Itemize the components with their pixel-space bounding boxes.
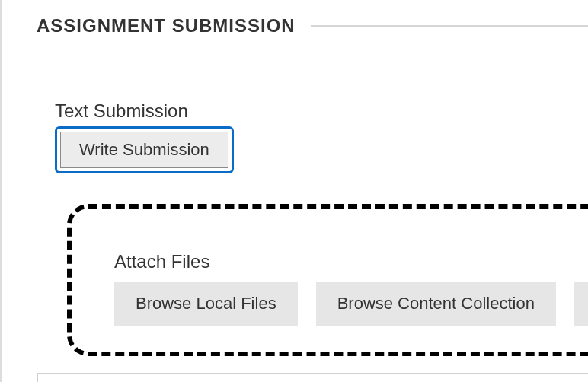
focus-ring: Write Submission: [55, 126, 234, 173]
write-submission-button[interactable]: Write Submission: [60, 132, 228, 168]
assignment-submission-panel: ASSIGNMENT SUBMISSION Text Submission Wr…: [0, 0, 588, 382]
attach-buttons-row: Browse Local Files Browse Content Collec…: [114, 282, 588, 326]
browse-content-collection-button[interactable]: Browse Content Collection: [316, 282, 556, 326]
divider: [311, 25, 588, 27]
attach-additional-button[interactable]: [574, 282, 588, 326]
attach-files-label: Attach Files: [114, 251, 588, 272]
section-title: ASSIGNMENT SUBMISSION: [37, 15, 296, 37]
text-submission-label: Text Submission: [55, 100, 588, 122]
text-submission-group: Text Submission Write Submission: [55, 100, 588, 173]
attach-files-dropzone[interactable]: Attach Files Browse Local Files Browse C…: [67, 204, 588, 356]
content-area: [37, 373, 588, 382]
browse-local-files-button[interactable]: Browse Local Files: [114, 282, 298, 326]
section-header: ASSIGNMENT SUBMISSION: [37, 15, 588, 37]
